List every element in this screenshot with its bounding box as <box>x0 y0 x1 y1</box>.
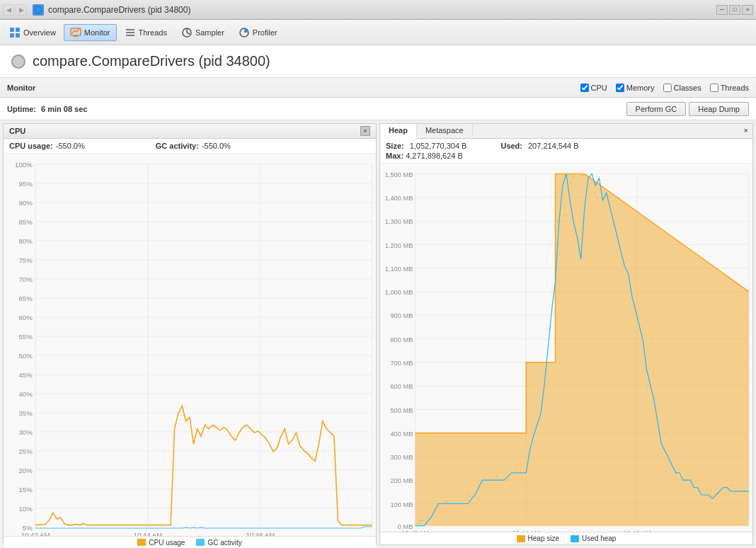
toolbar-sampler[interactable]: Sampler <box>175 24 231 41</box>
svg-point-0 <box>35 6 42 13</box>
svg-text:10:46 AM: 10:46 AM <box>246 531 275 536</box>
svg-text:85%: 85% <box>18 218 33 226</box>
cpu-panel-close[interactable]: × <box>360 126 370 136</box>
monitor-label: Monitor <box>84 28 110 37</box>
heap-chart-area: 1,500 MB 1,400 MB 1,300 MB 1,200 MB 1,10… <box>380 164 752 532</box>
svg-text:100 MB: 100 MB <box>390 501 413 508</box>
nav-forward[interactable]: ▶ <box>16 4 27 16</box>
heap-tabs-bar: Heap Metaspace × <box>380 124 752 139</box>
svg-text:90%: 90% <box>18 199 33 207</box>
svg-text:1,100 MB: 1,100 MB <box>385 266 413 273</box>
gc-activity-label: GC activity: <box>156 142 199 150</box>
threads-checkbox-input[interactable] <box>710 84 718 92</box>
classes-checkbox-label: Classes <box>674 84 701 92</box>
uptime-display: Uptime: 6 min 08 sec <box>7 105 626 113</box>
cpu-legend: CPU usage GC activity <box>4 536 376 548</box>
minimize-btn[interactable]: ─ <box>716 5 728 15</box>
checkbox-classes[interactable]: Classes <box>663 84 701 92</box>
cpu-checkbox-input[interactable] <box>580 84 589 92</box>
svg-text:200 MB: 200 MB <box>390 477 413 484</box>
heap-size-row: Size: 1,052,770,304 B Used: 207,214,544 … <box>386 142 747 150</box>
gc-activity-legend-label: GC activity <box>207 539 241 547</box>
svg-text:300 MB: 300 MB <box>390 454 413 461</box>
heap-tab-metaspace[interactable]: Metaspace <box>417 124 473 138</box>
cpu-panel-title: CPU <box>9 127 360 135</box>
svg-text:10:44 AM: 10:44 AM <box>512 530 540 532</box>
svg-text:1,000 MB: 1,000 MB <box>385 289 413 296</box>
toolbar-profiler[interactable]: Profiler <box>232 24 284 41</box>
cpu-checkbox-label: CPU <box>591 84 607 92</box>
checkbox-cpu[interactable]: CPU <box>580 84 607 92</box>
gc-activity-legend-item: GC activity <box>196 539 241 547</box>
svg-rect-2 <box>16 28 20 32</box>
app-header: compare.CompareDrivers (pid 34800) <box>0 45 756 78</box>
heap-used-value: 207,214,544 B <box>528 142 579 150</box>
toolbar: Overview Monitor Threads Sampler Profile… <box>0 20 756 45</box>
svg-text:10:44 AM: 10:44 AM <box>134 531 163 536</box>
svg-rect-1 <box>10 28 14 32</box>
svg-text:95%: 95% <box>18 180 33 188</box>
cpu-panel: CPU × CPU usage: -550.0% GC activity: -5… <box>3 123 377 545</box>
svg-text:1,300 MB: 1,300 MB <box>385 218 413 225</box>
svg-text:15%: 15% <box>18 486 33 493</box>
heap-tab-heap[interactable]: Heap <box>380 124 417 139</box>
nav-back[interactable]: ◀ <box>3 4 14 16</box>
checkbox-threads[interactable]: Threads <box>710 84 749 92</box>
cpu-chart-svg: 100% 95% 90% 85% 80% 75% 70% 65% 60% 55%… <box>4 154 376 536</box>
cpu-usage-value: -550.0% <box>56 142 85 150</box>
gc-activity-stat: GC activity: -550.0% <box>156 142 231 150</box>
title-bar-text: compare.CompareDrivers (pid 34800) <box>48 5 714 15</box>
heap-max-value: 4,271,898,624 B <box>406 152 463 160</box>
app-title: compare.CompareDrivers (pid 34800) <box>33 53 270 69</box>
svg-text:500 MB: 500 MB <box>390 406 413 413</box>
svg-text:800 MB: 800 MB <box>390 336 413 343</box>
heap-panel: Heap Metaspace × Size: 1,052,770,304 B U… <box>379 123 753 545</box>
heap-legend: Heap size Used heap <box>380 532 752 544</box>
uptime-bar: Uptime: 6 min 08 sec Perform GC Heap Dum… <box>0 98 756 120</box>
svg-text:700 MB: 700 MB <box>390 360 413 367</box>
svg-text:20%: 20% <box>18 467 33 474</box>
toolbar-overview[interactable]: Overview <box>3 24 62 41</box>
perform-gc-button[interactable]: Perform GC <box>626 102 687 116</box>
close-btn[interactable]: × <box>742 5 753 15</box>
svg-text:10:42 AM: 10:42 AM <box>21 531 50 536</box>
svg-text:400 MB: 400 MB <box>390 430 413 438</box>
svg-text:1,500 MB: 1,500 MB <box>385 171 413 178</box>
svg-text:60%: 60% <box>18 314 33 321</box>
heap-size-value: 1,052,770,304 B <box>410 142 467 150</box>
action-buttons: Perform GC Heap Dump <box>626 102 749 116</box>
svg-text:50%: 50% <box>18 352 33 360</box>
classes-checkbox-input[interactable] <box>663 84 672 92</box>
monitor-bar: Monitor CPU Memory Classes Threads <box>0 78 756 98</box>
memory-checkbox-input[interactable] <box>616 84 624 92</box>
cpu-usage-legend-item: CPU usage <box>137 539 185 547</box>
cpu-chart-area: 100% 95% 90% 85% 80% 75% 70% 65% 60% 55%… <box>4 154 376 536</box>
svg-text:10:46 AM: 10:46 AM <box>623 530 651 532</box>
heap-used-label: Used: <box>500 142 522 150</box>
heap-size-label: Size: <box>386 142 404 150</box>
app-header-icon <box>11 55 25 69</box>
used-heap-legend-item: Used heap <box>571 535 616 542</box>
main-content: CPU × CPU usage: -550.0% GC activity: -5… <box>0 120 756 548</box>
threads-icon <box>125 27 136 38</box>
heap-panel-close[interactable]: × <box>740 124 752 138</box>
checkbox-memory[interactable]: Memory <box>616 84 655 92</box>
svg-text:1,200 MB: 1,200 MB <box>385 242 413 249</box>
overview-label: Overview <box>23 28 56 37</box>
metaspace-tab-label: Metaspace <box>425 126 464 135</box>
heap-dump-button[interactable]: Heap Dump <box>689 102 749 116</box>
svg-text:10:42 AM: 10:42 AM <box>401 530 429 532</box>
cpu-usage-stat: CPU usage: -550.0% <box>9 142 85 150</box>
svg-text:1,400 MB: 1,400 MB <box>385 195 413 202</box>
heap-chart-svg: 1,500 MB 1,400 MB 1,300 MB 1,200 MB 1,10… <box>380 164 752 532</box>
used-heap-legend-color <box>571 535 579 542</box>
maximize-btn[interactable]: □ <box>729 5 740 15</box>
svg-rect-6 <box>74 35 78 37</box>
cpu-usage-label: CPU usage: <box>9 142 53 150</box>
toolbar-monitor[interactable]: Monitor <box>64 24 117 41</box>
svg-text:10%: 10% <box>18 505 33 513</box>
toolbar-threads[interactable]: Threads <box>118 24 173 41</box>
gc-activity-legend-color <box>196 539 205 546</box>
cpu-usage-legend-label: CPU usage <box>149 539 185 547</box>
cpu-usage-legend-color <box>137 539 146 546</box>
